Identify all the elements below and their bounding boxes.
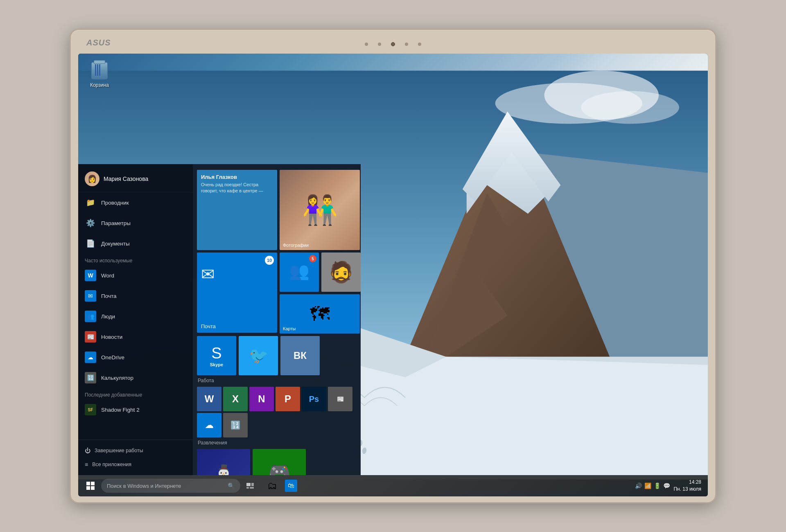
calc-work-icon: 🔢 (230, 420, 241, 430)
nav-mail[interactable]: ✉ Почта (78, 286, 193, 306)
screen: Корзина 👩 Мария Сазонова 📁 Проводник ⚙️ (78, 54, 708, 496)
calc-nav-icon: 🔢 (85, 372, 96, 383)
tile-word[interactable]: W (197, 387, 221, 411)
trash-icon (91, 62, 108, 79)
clock-date: Пн. 13 июля (673, 486, 701, 493)
apps-icon: ≡ (85, 461, 88, 468)
tile-powerpoint[interactable]: P (276, 387, 300, 411)
nav-shadowfight2[interactable]: SF Shadow Fight 2 (78, 399, 193, 420)
maps-icon: 🗺 (310, 303, 330, 325)
tile-photoshop[interactable]: Ps (302, 387, 326, 411)
onenote-icon: N (258, 393, 265, 405)
word-tile-icon: W (205, 393, 214, 405)
start-button[interactable] (81, 477, 99, 495)
nav-settings[interactable]: ⚙️ Параметры (78, 213, 193, 233)
user-section[interactable]: 👩 Мария Сазонова (78, 164, 193, 192)
taskbar-app-store[interactable]: 🛍 (282, 477, 300, 495)
svg-rect-26 (86, 486, 90, 490)
taskbar-app-explorer[interactable]: 🗂 (263, 477, 281, 495)
user-name: Мария Сазонова (104, 176, 148, 182)
twitter-icon: 🐦 (249, 347, 268, 365)
svg-rect-25 (91, 482, 95, 485)
start-menu-tiles: Илья Глазков Очень рад поездке! Сестра г… (193, 164, 361, 475)
photoshop-icon: Ps (309, 394, 319, 404)
task-view-button[interactable] (242, 478, 258, 494)
top-bar: ASUS (78, 38, 708, 50)
avatar: 👩 (85, 171, 99, 186)
sensor-left2 (378, 43, 381, 46)
tile-skype[interactable]: S Skype (197, 336, 236, 375)
start-footer: ⏻ Завершение работы ≡ Все приложения (78, 440, 193, 475)
tile-calc-work[interactable]: 🔢 (223, 413, 248, 437)
start-menu: 👩 Мария Сазонова 📁 Проводник ⚙️ Параметр… (78, 164, 361, 475)
device-frame: ASUS (70, 29, 716, 503)
recycle-bin-desktop-icon[interactable]: Корзина (90, 61, 109, 88)
photos-label: Фотографии (283, 243, 309, 248)
people-nav-icon: 👥 (85, 311, 96, 322)
mail-badge: 10 (265, 256, 274, 265)
tile-vk[interactable]: ВК (280, 336, 320, 375)
powerpoint-icon: P (285, 393, 291, 405)
svg-rect-28 (246, 483, 251, 486)
onedrive-nav-icon: ☁ (85, 352, 96, 363)
work-section-label: Работа (197, 378, 357, 383)
nav-onedrive[interactable]: ☁ OneDrive (78, 347, 193, 367)
tile-contact[interactable]: 🧔 (321, 252, 361, 292)
sensor-right2 (418, 43, 421, 46)
nav-word[interactable]: W Word (78, 265, 193, 286)
mail-nav-icon: ✉ (85, 290, 96, 302)
tile-news-work[interactable]: 📰 (328, 387, 352, 411)
tile-twitter[interactable]: 🐦 (239, 336, 278, 375)
volume-icon[interactable]: 🔊 (635, 482, 642, 489)
start-menu-left: 👩 Мария Сазонова 📁 Проводник ⚙️ Параметр… (78, 164, 193, 475)
search-bar[interactable]: Поиск в Windows и Интернете 🔍 (101, 479, 240, 493)
excel-icon: X (232, 393, 239, 405)
nav-people[interactable]: 👥 Люди (78, 306, 193, 327)
entertainment-section-label: Развлечения (197, 440, 357, 446)
olaf-icon: ⛄ (211, 464, 236, 475)
search-text: Поиск в Windows и Интернете (107, 483, 181, 489)
ilya-name: Илья Глазков (201, 174, 273, 180)
svg-rect-27 (91, 486, 95, 490)
shadowfight-nav-icon: SF (85, 404, 96, 415)
taskbar-pinned-apps: 🗂 🛍 (263, 477, 300, 495)
sensor-right (405, 43, 408, 46)
skype-icon: S (211, 345, 221, 362)
footer-shutdown[interactable]: ⏻ Завершение работы (85, 444, 186, 457)
people-icon: 👥 (289, 261, 309, 281)
wifi-icon[interactable]: 📶 (644, 482, 651, 489)
taskbar-store-icon: 🛍 (285, 480, 297, 492)
recycle-bin-label: Корзина (90, 82, 109, 88)
windows-logo-icon (86, 482, 95, 490)
tile-onedrive-work[interactable]: ☁ (197, 413, 221, 437)
documents-icon: 📄 (85, 238, 96, 249)
svg-rect-31 (250, 487, 254, 489)
tile-mail[interactable]: ✉ 10 Почта (197, 252, 277, 333)
search-icon: 🔍 (228, 482, 235, 489)
footer-all-apps[interactable]: ≡ Все приложения (85, 458, 186, 471)
system-clock[interactable]: 14:28 Пн. 13 июля (673, 479, 701, 493)
brand-logo: ASUS (86, 38, 111, 47)
tile-maps[interactable]: 🗺 Карты (280, 294, 360, 334)
section-recent-label: Последние добавленные (78, 388, 193, 399)
nav-explorer[interactable]: 📁 Проводник (78, 192, 193, 213)
nav-news[interactable]: 📰 Новости (78, 327, 193, 347)
tile-onenote[interactable]: N (249, 387, 274, 411)
camera (391, 42, 395, 46)
tile-excel[interactable]: X (223, 387, 248, 411)
nav-calc[interactable]: 🔢 Калькулятор (78, 367, 193, 388)
tile-ilya[interactable]: Илья Глазков Очень рад поездке! Сестра г… (197, 170, 277, 250)
tile-disney[interactable]: ⛄ (197, 449, 250, 475)
vk-icon: ВК (294, 350, 307, 361)
notification-icon[interactable]: 💬 (663, 482, 670, 489)
tile-xbox[interactable]: 🎮 Xbox (253, 449, 306, 475)
clock-time: 14:28 (689, 479, 701, 486)
nav-documents[interactable]: 📄 Документы (78, 233, 193, 254)
settings-icon: ⚙️ (85, 217, 96, 229)
tile-photos[interactable]: 👫 Фотографии (280, 170, 360, 250)
system-icons: 🔊 📶 🔋 💬 (635, 482, 670, 489)
start-nav-items: 📁 Проводник ⚙️ Параметры 📄 Документы Час… (78, 192, 193, 440)
tile-people[interactable]: 👥 5 (280, 252, 319, 292)
taskbar-system-tray: 🔊 📶 🔋 💬 14:28 Пн. 13 июля (635, 479, 705, 493)
word-icon: W (85, 270, 96, 281)
